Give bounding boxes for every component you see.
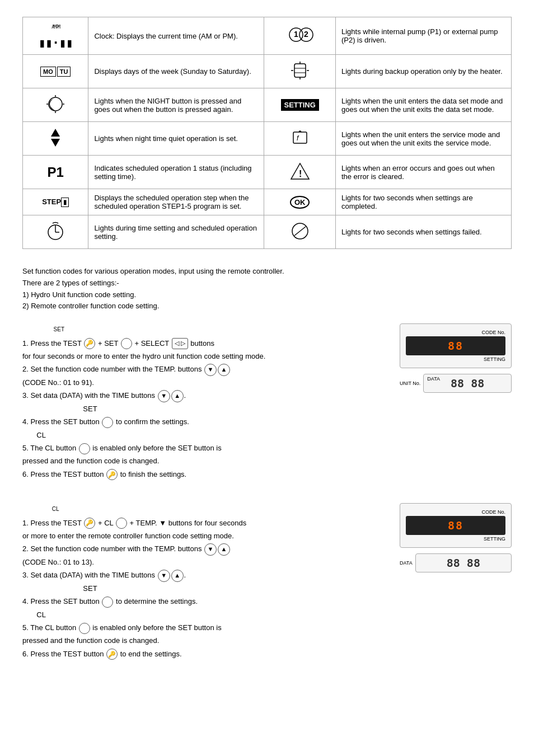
svg-line-26 [294, 227, 306, 236]
remote-setting-section: CL 1. Press the TEST 🔑 + CL + TEMP. ▼ bu… [22, 503, 512, 660]
table-row: AMPM ▮▮·▮▮ Clock: Displays the current t… [23, 17, 512, 55]
setting-label: SETTING [281, 99, 319, 111]
hydro-steps: SET 1. Press the TEST 🔑 + SET + SELECT ◁… [22, 323, 383, 481]
ok-icon-cell: OK [264, 189, 336, 215]
step-desc: Displays the scheduled operation step wh… [88, 189, 264, 215]
remote-step3: 3. Set data (DATA) with the TIME buttons… [22, 569, 383, 595]
setting-label-small: SETTING [406, 355, 505, 362]
remote-step1: CL 1. Press the TEST 🔑 + CL + TEMP. ▼ bu… [22, 503, 383, 542]
hydro-step2: 2. Set the function code number with the… [22, 363, 383, 389]
remote-setting-label-small: SETTING [406, 535, 505, 542]
service-icon: f [289, 142, 311, 151]
table-row: STEP▮ Displays the scheduled operation s… [23, 189, 512, 215]
remote-main-display-box: 88 88 [415, 553, 512, 572]
remote-diagram: CODE No. 88 SETTING DATA 88 88 [400, 503, 512, 572]
hydro-step1: SET 1. Press the TEST 🔑 + SET + SELECT ◁… [22, 323, 383, 363]
remote-step2: 2. Set the function code number with the… [22, 542, 383, 569]
p1-icon-cell: P1 [23, 156, 88, 189]
indicator-table: AMPM ▮▮·▮▮ Clock: Displays the current t… [22, 17, 512, 249]
ok-desc: Lights for two seconds when settings are… [335, 189, 511, 215]
set-button-icon[interactable] [121, 338, 132, 349]
time-down-icon[interactable]: ▼ [158, 390, 170, 402]
type1-text: 1) Hydro Unit function code setting. [22, 289, 512, 301]
service-desc: Lights when the unit enters the service … [335, 122, 511, 156]
test-button-icon[interactable]: 🔑 [84, 338, 95, 349]
data-label: DATA [427, 376, 440, 382]
remote-step5: 5. The CL button is enabled only before … [22, 621, 383, 647]
step-icon-cell: STEP▮ [23, 189, 88, 215]
night-icon-cell [23, 88, 88, 122]
remote-main-display-nums: 88 88 [419, 556, 508, 570]
night-desc: Lights when the NIGHT button is pressed … [88, 88, 264, 122]
pump-desc: Lights while internal pump (P1) or exter… [335, 17, 511, 55]
svg-marker-17 [51, 139, 60, 147]
remote-code-no-label: CODE No. [406, 509, 505, 516]
remote-steps: CL 1. Press the TEST 🔑 + CL + TEMP. ▼ bu… [22, 503, 383, 660]
hydro-step5: 5. The CL button is enabled only before … [22, 442, 383, 468]
ok-icon: OK [290, 196, 310, 209]
clock-desc: Clock: Displays the current time (AM or … [88, 17, 264, 55]
code-no-label: CODE No. [406, 330, 505, 336]
select-button-icon[interactable]: ◁ ▷ [172, 338, 188, 349]
temp-r-down-icon[interactable]: ▼ [204, 543, 217, 556]
clock2-icon-cell [23, 215, 88, 249]
cl-btn-icon[interactable] [79, 443, 90, 454]
hydro-setting-section: SET 1. Press the TEST 🔑 + SET + SELECT ◁… [22, 323, 512, 481]
p1-icon: P1 [48, 165, 64, 180]
quiet-arrow-icon [44, 142, 67, 151]
hydro-step3: 3. Set data (DATA) with the TIME buttons… [22, 389, 383, 415]
temp-up-icon[interactable]: ▲ [218, 364, 230, 376]
main-display-box: DATA 88 88 [423, 374, 512, 393]
remote-display-box: CODE No. 88 SETTING [400, 503, 512, 548]
clock-icon-cell: AMPM ▮▮·▮▮ [23, 17, 88, 55]
table-row: Lights when night time quiet operation i… [23, 122, 512, 156]
table-row: Lights when the NIGHT button is pressed … [23, 88, 512, 122]
cl-r-button-icon[interactable] [116, 518, 127, 529]
quiet-desc: Lights when night time quiet operation i… [88, 122, 264, 156]
test-r-button-icon[interactable]: 🔑 [84, 518, 95, 529]
heater-desc: Lights during backup operation only by t… [335, 55, 511, 88]
svg-rect-4 [294, 64, 306, 77]
unit-no-label: UNIT No. [400, 381, 420, 386]
cl-r-btn-icon[interactable] [79, 623, 90, 634]
test-r-btn2-icon[interactable]: 🔑 [106, 649, 118, 660]
temp-r-up-icon[interactable]: ▲ [218, 543, 230, 556]
warning-icon-cell: ! [264, 156, 336, 189]
hydro-step6: 6. Press the TEST button 🔑 to finish the… [22, 468, 383, 481]
set-label-above: SET [22, 326, 64, 332]
remote-main-display: DATA 88 88 [400, 553, 512, 572]
hydro-diagram: CODE No. 88 SETTING UNIT No. DATA 88 88 [400, 323, 512, 393]
intro-text: Set function codes for various operation… [22, 266, 512, 278]
day-icon-cell: MOTU [23, 55, 88, 88]
remote-data-label: DATA [400, 560, 413, 566]
set-r-btn-icon[interactable] [102, 597, 113, 608]
quiet-icon-cell [23, 122, 88, 156]
clock2-icon [44, 236, 67, 244]
heater-icon-cell [264, 55, 336, 88]
warning-desc: Lights when an error occurs and goes out… [335, 156, 511, 189]
p1-desc: Indicates scheduled operation 1 status (… [88, 156, 264, 189]
time-r-down-icon[interactable]: ▼ [158, 570, 170, 582]
svg-point-11 [49, 97, 62, 111]
cl-label-above: CL [22, 506, 59, 512]
remote-code-display: 88 [406, 516, 505, 535]
instructions-section: Set function codes for various operation… [22, 266, 512, 312]
pump-icon-cell: 1 2 [264, 17, 336, 55]
cancel-icon [289, 236, 311, 244]
table-row: P1 Indicates scheduled operation 1 statu… [23, 156, 512, 189]
cancel-desc: Lights for two seconds when settings fai… [335, 215, 511, 249]
types-intro: There are 2 types of settings:- [22, 278, 512, 289]
svg-text:!: ! [299, 169, 302, 179]
set-btn2-icon[interactable] [102, 417, 113, 428]
pump-icon: 1 2 [286, 37, 314, 48]
code-display: 88 [406, 336, 505, 355]
setting-desc: Lights when the unit enters the data set… [335, 88, 511, 122]
warning-triangle-icon: ! [289, 176, 311, 184]
test-btn2-icon[interactable]: 🔑 [106, 469, 118, 480]
time-r-up-icon[interactable]: ▲ [171, 570, 184, 582]
day-desc: Displays days of the week (Sunday to Sat… [88, 55, 264, 88]
temp-down-icon[interactable]: ▼ [204, 364, 217, 376]
night-icon [44, 109, 67, 117]
svg-text:2: 2 [304, 30, 308, 39]
time-up-icon[interactable]: ▲ [171, 390, 184, 402]
